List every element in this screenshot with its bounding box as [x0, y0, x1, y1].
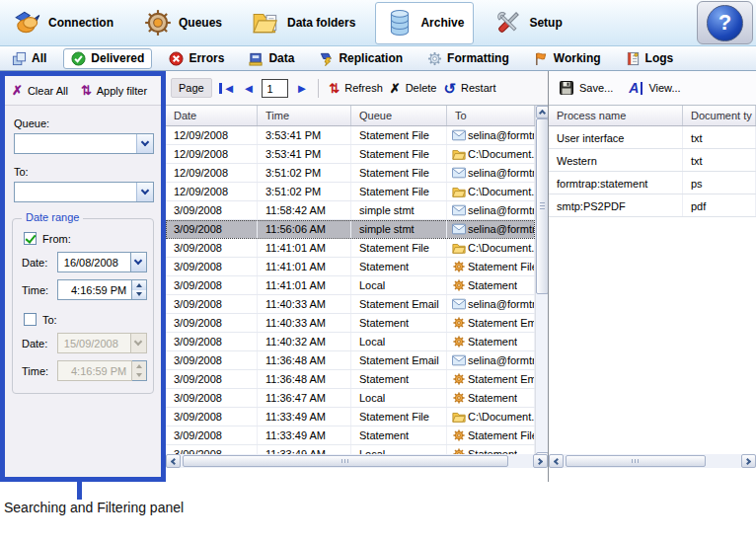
- table-row[interactable]: 12/09/20083:51:02 PMStatement FileC:\Doc…: [166, 183, 535, 201]
- to-checkbox[interactable]: [24, 313, 37, 326]
- table-row[interactable]: 3/09/200811:36:48 AMStatement Emailselin…: [166, 351, 535, 370]
- archive-icon: [385, 8, 415, 38]
- grid-body: 12/09/20083:53:41 PMStatement Fileselina…: [166, 126, 535, 464]
- tab-label: Data folders: [287, 16, 355, 30]
- table-row[interactable]: 3/09/200811:33:49 AMStatement FileC:\Doc…: [166, 408, 535, 427]
- tab-logs[interactable]: Logs: [618, 48, 682, 69]
- queue-combobox[interactable]: [14, 133, 154, 154]
- table-row[interactable]: 3/09/200811:58:42 AMsimple stmtselina@fo…: [166, 201, 535, 220]
- table-row[interactable]: 3/09/200811:41:01 AMStatementStatement F…: [166, 258, 535, 276]
- delete-icon: ✗: [390, 82, 401, 95]
- tab-all[interactable]: All: [4, 48, 54, 69]
- tab-data[interactable]: Data: [241, 48, 302, 69]
- column-header-process-name[interactable]: Process name: [549, 106, 683, 125]
- table-row[interactable]: 3/09/200811:36:47 AMLocalStatement: [166, 389, 535, 408]
- scroll-left-button[interactable]: [166, 454, 181, 468]
- previous-page-button[interactable]: ◄: [243, 82, 256, 95]
- spinner-up-button[interactable]: [132, 280, 146, 290]
- tab-working[interactable]: Working: [526, 48, 609, 69]
- table-row[interactable]: 3/09/200811:56:06 AMsimple stmtselina@fo…: [166, 220, 535, 239]
- apply-filter-button[interactable]: ⇅ Apply filter: [81, 84, 147, 97]
- from-time-field[interactable]: 4:16:59 PM: [57, 279, 132, 300]
- column-header-time[interactable]: Time: [258, 106, 351, 125]
- table-row[interactable]: 3/09/200811:33:49 AMStatementStatement F…: [166, 427, 535, 445]
- horizontal-scrollbar[interactable]: [549, 454, 756, 468]
- table-row[interactable]: 3/09/200811:36:48 AMStatementStatement E…: [166, 370, 535, 389]
- first-page-button[interactable]: ◄: [219, 82, 236, 95]
- email-icon: [452, 129, 466, 141]
- column-header-to[interactable]: To: [447, 106, 535, 125]
- vertical-scrollbar[interactable]: [535, 106, 548, 465]
- to-combobox[interactable]: [14, 182, 154, 202]
- refresh-button[interactable]: ⇅ Refresh: [329, 82, 382, 95]
- cell-queue: Statement File: [351, 239, 447, 257]
- column-header-document-ty[interactable]: Document ty: [683, 106, 756, 125]
- help-button[interactable]: ?: [697, 1, 753, 44]
- restart-button[interactable]: ↺ Restart: [443, 81, 495, 96]
- tab-connection[interactable]: Connection: [3, 2, 123, 44]
- process-row[interactable]: smtp:PS2PDFpdf: [549, 194, 756, 217]
- tab-setup[interactable]: Setup: [484, 2, 571, 44]
- email-icon: [452, 167, 466, 179]
- email-icon: [452, 223, 466, 235]
- table-row[interactable]: 3/09/200811:40:33 AMStatement Emailselin…: [166, 295, 535, 314]
- horizontal-scrollbar[interactable]: [166, 454, 548, 468]
- scroll-right-button[interactable]: [741, 454, 756, 468]
- from-date-dropdown-button[interactable]: [131, 252, 147, 272]
- spinner-down-button[interactable]: [132, 290, 146, 300]
- gear-icon: [452, 373, 466, 385]
- from-checkbox[interactable]: [24, 232, 37, 245]
- errors-icon: [169, 51, 184, 66]
- detail-toolbar: Save... A View...: [549, 71, 756, 105]
- horizontal-scroll-thumb[interactable]: [566, 455, 706, 467]
- process-row[interactable]: Westerntxt: [549, 149, 756, 172]
- tab-queues[interactable]: Queues: [133, 2, 232, 44]
- tab-label: Working: [554, 51, 601, 65]
- to-time-row: Time: 4:16:59 PM: [22, 360, 147, 381]
- delete-button[interactable]: ✗ Delete: [390, 82, 437, 95]
- table-row[interactable]: 12/09/20083:53:41 PMStatement FileC:\Doc…: [166, 145, 535, 164]
- save-icon: [560, 81, 573, 95]
- column-header-queue[interactable]: Queue: [351, 106, 447, 125]
- column-header-date[interactable]: Date: [166, 106, 258, 125]
- page-number-input[interactable]: 1: [262, 79, 288, 98]
- tab-replication[interactable]: Replication: [311, 48, 411, 69]
- horizontal-scroll-track[interactable]: [564, 454, 741, 468]
- cell-date: 12/09/2008: [166, 145, 258, 163]
- tab-formatting[interactable]: Formatting: [419, 48, 517, 69]
- next-page-button[interactable]: ►: [295, 82, 308, 95]
- from-time-spinner[interactable]: [132, 279, 147, 300]
- archive-window: { "top_toolbar": { "tabs": [ {"name":"co…: [0, 0, 756, 543]
- cell-queue: Local: [351, 333, 447, 350]
- process-row[interactable]: User interfacetxt: [549, 126, 756, 149]
- scroll-right-button[interactable]: [533, 454, 548, 468]
- scroll-left-button[interactable]: [549, 454, 564, 468]
- cell-to: Statement File: [447, 258, 535, 275]
- cell-queue: Statement: [351, 314, 447, 332]
- clear-all-button[interactable]: ✗ Clear All: [12, 84, 68, 97]
- save-button[interactable]: Save...: [560, 81, 613, 95]
- cell-process-name: formtrap:statement: [549, 172, 683, 194]
- queue-dropdown-button[interactable]: [136, 134, 153, 153]
- table-row[interactable]: 12/09/20083:51:02 PMStatement Fileselina…: [166, 164, 535, 183]
- tab-errors[interactable]: Errors: [161, 48, 232, 69]
- from-date-field[interactable]: 16/08/2008: [57, 252, 131, 272]
- horizontal-scroll-track[interactable]: [181, 454, 533, 468]
- tab-delivered[interactable]: Delivered: [63, 48, 152, 69]
- cell-to: C:\Document..: [447, 239, 535, 257]
- table-row[interactable]: 3/09/200811:41:01 AMStatement FileC:\Doc…: [166, 239, 535, 258]
- tab-data-folders[interactable]: Data folders: [242, 2, 365, 44]
- horizontal-scroll-thumb[interactable]: [183, 455, 508, 467]
- to-dropdown-button[interactable]: [136, 183, 153, 201]
- archive-list-panel: Page ◄ ◄ 1 ► ⇅ Refresh ✗ Delete ↺ Restar…: [166, 71, 548, 482]
- table-row[interactable]: 12/09/20083:53:41 PMStatement Fileselina…: [166, 126, 535, 145]
- process-row[interactable]: formtrap:statementps: [549, 172, 756, 194]
- view-button[interactable]: A View...: [629, 81, 680, 95]
- tab-archive[interactable]: Archive: [375, 2, 474, 44]
- table-row[interactable]: 3/09/200811:41:01 AMLocalStatement: [166, 276, 535, 295]
- table-row[interactable]: 3/09/200811:40:32 AMLocalStatement: [166, 333, 535, 351]
- cell-queue: Statement Email: [351, 351, 447, 369]
- from-date-label: Date:: [22, 257, 57, 269]
- table-row[interactable]: 3/09/200811:40:33 AMStatementStatement E…: [166, 314, 535, 333]
- page-button[interactable]: Page: [171, 78, 212, 98]
